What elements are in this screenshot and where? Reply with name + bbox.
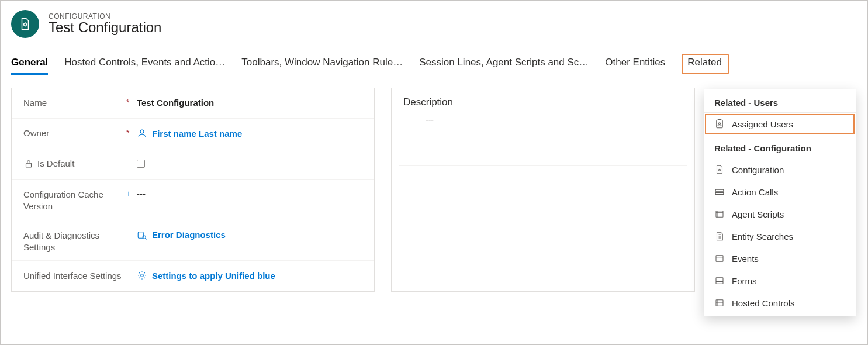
page-header: CONFIGURATION Test Configuration (1, 1, 867, 43)
person-icon (137, 128, 147, 139)
menu-agent-scripts-label: Agent Scripts (732, 209, 784, 219)
menu-forms-label: Forms (732, 276, 757, 286)
settings-icon (137, 270, 147, 281)
lock-icon (23, 158, 34, 169)
tab-other-entities[interactable]: Other Entities (605, 57, 665, 74)
field-audit-value: Error Diagnostics (137, 227, 362, 240)
svg-rect-9 (715, 189, 724, 191)
forms-icon (714, 275, 725, 286)
field-is-default-value (137, 156, 362, 168)
required-indicator: * (126, 126, 137, 137)
menu-hosted-controls-label: Hosted Controls (732, 298, 795, 308)
action-calls-icon (714, 187, 725, 197)
field-unified[interactable]: Unified Interface Settings Settings to a… (12, 261, 374, 291)
svg-point-1 (140, 130, 144, 133)
menu-hosted-controls[interactable]: Hosted Controls (704, 292, 856, 314)
owner-link[interactable]: First name Last name (152, 129, 242, 139)
field-audit-label: Audit & Diagnostics Settings (23, 227, 126, 254)
entity-icon (11, 10, 39, 38)
menu-assigned-users-label: Assigned Users (732, 119, 793, 129)
field-name-value: Test Configuration (137, 95, 362, 108)
field-unified-label: Unified Interface Settings (23, 268, 126, 282)
field-name[interactable]: Name * Test Configuration (12, 88, 374, 119)
tab-toolbars[interactable]: Toolbars, Window Navigation Rule… (241, 57, 403, 74)
events-icon (714, 253, 725, 264)
field-cache-version-value: --- (137, 187, 362, 199)
svg-point-8 (719, 169, 721, 171)
field-is-default[interactable]: Is Default (12, 149, 374, 180)
is-default-checkbox[interactable] (137, 160, 145, 168)
divider (399, 165, 687, 166)
svg-rect-12 (716, 256, 723, 262)
diagnostics-icon (137, 230, 147, 240)
svg-rect-6 (717, 120, 723, 128)
page-title: Test Configuration (49, 19, 161, 36)
general-panel: Name * Test Configuration Owner * First … (11, 88, 375, 292)
svg-rect-13 (716, 278, 723, 284)
tab-hosted-controls[interactable]: Hosted Controls, Events and Actio… (64, 57, 225, 74)
description-panel: Description --- (391, 88, 695, 292)
menu-entity-searches[interactable]: Entity Searches (704, 225, 856, 247)
field-owner-value: First name Last name (137, 126, 362, 139)
unified-link[interactable]: Settings to apply Unified blue (152, 271, 275, 281)
tab-related[interactable]: Related (682, 54, 729, 74)
description-label: Description (392, 88, 694, 112)
field-owner[interactable]: Owner * First name Last name (12, 119, 374, 149)
field-audit[interactable]: Audit & Diagnostics Settings Error Diagn… (12, 220, 374, 261)
app-frame: CONFIGURATION Test Configuration General… (0, 0, 868, 345)
svg-rect-10 (715, 193, 724, 195)
menu-events-label: Events (732, 254, 759, 264)
field-cache-version-label: Configuration Cache Version (23, 187, 126, 213)
menu-events[interactable]: Events (704, 247, 856, 270)
entity-searches-icon (714, 231, 725, 242)
field-owner-label: Owner (23, 126, 126, 138)
menu-configuration[interactable]: Configuration (704, 158, 856, 181)
field-is-default-label: Is Default (23, 156, 126, 169)
menu-entity-searches-label: Entity Searches (732, 232, 793, 242)
menu-forms[interactable]: Forms (704, 270, 856, 292)
tab-session-lines[interactable]: Session Lines, Agent Scripts and Sc… (419, 57, 589, 74)
configuration-icon (714, 164, 725, 175)
is-default-text: Is Default (37, 158, 74, 168)
field-cache-version[interactable]: Configuration Cache Version + --- (12, 180, 374, 220)
agent-scripts-icon (714, 209, 725, 219)
svg-point-7 (719, 123, 721, 125)
hosted-controls-icon (714, 298, 725, 308)
related-dropdown: Related - Users Assigned Users Related -… (704, 89, 856, 316)
menu-action-calls-label: Action Calls (732, 187, 778, 197)
field-name-label: Name (23, 95, 126, 108)
description-value[interactable]: --- (392, 112, 694, 165)
assigned-users-icon (714, 119, 725, 129)
field-unified-value: Settings to apply Unified blue (137, 268, 362, 281)
tab-strip: General Hosted Controls, Events and Acti… (1, 43, 867, 75)
svg-point-5 (141, 274, 144, 277)
svg-rect-2 (26, 163, 32, 167)
audit-link[interactable]: Error Diagnostics (152, 230, 226, 240)
menu-assigned-users[interactable]: Assigned Users (704, 113, 856, 135)
menu-configuration-label: Configuration (732, 165, 784, 175)
svg-rect-11 (716, 211, 723, 218)
svg-point-0 (24, 23, 27, 26)
required-indicator: * (126, 95, 137, 107)
tab-general[interactable]: General (11, 57, 48, 74)
related-config-section: Related - Configuration (704, 135, 856, 158)
recommended-indicator: + (126, 187, 137, 198)
menu-action-calls[interactable]: Action Calls (704, 181, 856, 203)
menu-agent-scripts[interactable]: Agent Scripts (704, 203, 856, 225)
related-users-section: Related - Users (704, 89, 856, 113)
